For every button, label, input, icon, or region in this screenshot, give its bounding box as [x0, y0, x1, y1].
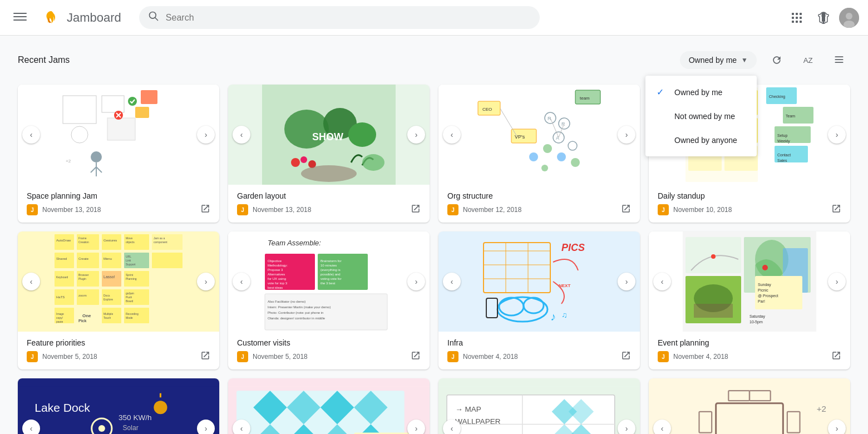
jam-card-feature-priorities[interactable]: ‹ AutoDraw Frame Creation Gestures Move … — [18, 231, 219, 369]
sort-button[interactable]: AZ — [797, 49, 819, 71]
search-bar[interactable] — [139, 6, 540, 29]
card-nav-left[interactable]: ‹ — [443, 273, 461, 290]
card-date: November 13, 2018 — [42, 206, 101, 214]
search-icon — [148, 11, 159, 24]
svg-rect-10 — [796, 17, 798, 19]
svg-text:Gestures: Gestures — [103, 239, 117, 242]
svg-rect-143 — [102, 308, 121, 323]
jamboard-icon: J — [27, 351, 38, 362]
card-nav-left[interactable]: ‹ — [233, 273, 250, 290]
card-nav-left[interactable]: ‹ — [22, 273, 40, 290]
jam-card-lake-dock[interactable]: ‹ Lake Dock 350 KW/h — [18, 378, 219, 434]
svg-point-189 — [762, 265, 768, 270]
card-meta: J November 10, 2018 — [658, 204, 841, 216]
open-icon[interactable] — [200, 351, 210, 363]
jam-card-org-structure[interactable]: ‹ CEO VP's team R R — [438, 85, 640, 223]
card-nav-right[interactable]: › — [618, 273, 635, 290]
card-date-row: J November 4, 2018 — [447, 351, 518, 362]
card-nav-right[interactable]: › — [197, 126, 215, 144]
svg-text:Shared: Shared — [56, 257, 67, 260]
card-title: Space planning Jam — [27, 191, 210, 200]
card-nav-right[interactable]: › — [828, 273, 846, 290]
card-nav-left[interactable]: ‹ — [22, 126, 40, 144]
card-nav-right[interactable]: › — [407, 273, 425, 290]
search-input[interactable] — [166, 13, 531, 23]
svg-text:Saturday: Saturday — [749, 314, 766, 319]
card-nav-left[interactable]: ‹ — [22, 420, 40, 434]
hamburger-menu[interactable] — [9, 6, 31, 30]
open-icon[interactable] — [411, 204, 421, 216]
jamboard-icon: J — [658, 351, 669, 362]
open-icon[interactable] — [621, 204, 631, 216]
svg-point-43 — [348, 122, 376, 147]
svg-rect-120 — [102, 271, 121, 287]
apps-button[interactable] — [786, 7, 808, 29]
card-nav-left[interactable]: ‹ — [653, 420, 671, 434]
svg-point-67 — [529, 152, 538, 161]
card-nav-right[interactable]: › — [197, 273, 215, 290]
card-preview-customer-visits: ‹ Team Assemble: Objective Methodology: … — [228, 231, 430, 332]
svg-text:component: component — [154, 240, 167, 244]
open-icon[interactable] — [621, 351, 631, 363]
card-meta: J November 5, 2018 — [237, 351, 421, 363]
svg-text:go/jam: go/jam — [126, 292, 134, 295]
card-nav-right[interactable]: › — [618, 126, 635, 144]
svg-text:for UX using: for UX using — [268, 277, 286, 280]
svg-text:Par!: Par! — [758, 299, 765, 303]
jamboard-icon: J — [27, 204, 38, 215]
card-title: Feature priorities — [27, 338, 210, 347]
card-nav-right[interactable]: › — [828, 126, 846, 144]
card-nav-left[interactable]: ‹ — [443, 126, 461, 144]
card-nav-left[interactable]: ‹ — [443, 420, 461, 434]
card-nav-right[interactable]: › — [407, 126, 425, 144]
filter-option-anyone[interactable]: ✓ Owned by anyone — [645, 128, 757, 152]
open-icon[interactable] — [831, 204, 841, 216]
filter-option-not-owned[interactable]: ✓ Not owned by me — [645, 104, 757, 128]
svg-text:Setup: Setup — [777, 134, 787, 138]
refresh-button[interactable] — [766, 49, 788, 71]
card-nav-right[interactable]: › — [407, 420, 425, 434]
view-toggle-button[interactable] — [828, 49, 850, 71]
svg-text:copy/: copy/ — [56, 316, 63, 319]
svg-text:Solar: Solar — [123, 424, 139, 432]
svg-text:AutoDraw: AutoDraw — [56, 239, 71, 242]
open-icon[interactable] — [200, 204, 210, 216]
notifications-button[interactable] — [812, 7, 835, 29]
svg-text:Planning: Planning — [126, 277, 137, 280]
jam-card-space-planning[interactable]: ‹ +2 — [18, 85, 219, 223]
header-left: Jamboard — [9, 6, 126, 30]
card-nav-right[interactable]: › — [197, 420, 215, 434]
card-nav-right[interactable]: › — [828, 420, 846, 434]
svg-text:Mode: Mode — [126, 316, 133, 319]
svg-text:Olanda: designer/ contributor : Olanda: designer/ contributor in middle — [268, 317, 326, 320]
user-avatar[interactable] — [839, 8, 859, 28]
svg-text:CEO: CEO — [482, 107, 492, 112]
card-nav-left[interactable]: ‹ — [653, 273, 671, 290]
filter-option-owned[interactable]: ✓ Owned by me — [645, 80, 757, 104]
app-header: Jamboard — [0, 0, 868, 36]
card-preview-infra: ‹ PICS — [438, 231, 640, 332]
card-date: November 13, 2018 — [253, 206, 311, 214]
card-preview-lake-dock: ‹ Lake Dock 350 KW/h — [18, 378, 219, 434]
card-nav-right[interactable]: › — [618, 420, 635, 434]
svg-point-64 — [543, 144, 552, 153]
card-meta: J November 4, 2018 — [658, 351, 841, 363]
svg-rect-146 — [124, 308, 149, 323]
card-nav-left[interactable]: ‹ — [233, 126, 250, 144]
jam-card-infra[interactable]: ‹ PICS — [438, 231, 640, 369]
open-icon[interactable] — [831, 351, 841, 363]
card-info-daily-standup: Daily standup J November 10, 2018 — [649, 185, 850, 223]
card-nav-left[interactable]: ‹ — [233, 420, 250, 434]
jam-card-customer-visits[interactable]: ‹ Team Assemble: Objective Methodology: … — [228, 231, 430, 369]
open-icon[interactable] — [411, 351, 421, 363]
jam-card-garden-layout[interactable]: ‹ SHOW — [228, 85, 430, 223]
jam-card-furniture[interactable]: ‹ +2 — [649, 378, 850, 434]
svg-text:+2: +2 — [817, 404, 826, 413]
svg-text:team: team — [580, 96, 590, 101]
jam-card-map-wallpaper[interactable]: ‹ → MAP WALLPAPER › — [438, 378, 640, 434]
svg-point-44 — [291, 158, 300, 167]
jam-card-pattern[interactable]: ‹ pattern wall — [228, 378, 430, 434]
jam-card-event-planning[interactable]: ‹ Sunday Picnic @ Prospect Par — [649, 231, 850, 369]
chevron-down-icon: ▼ — [741, 56, 748, 64]
filter-dropdown[interactable]: Owned by me ▼ — [680, 51, 757, 69]
